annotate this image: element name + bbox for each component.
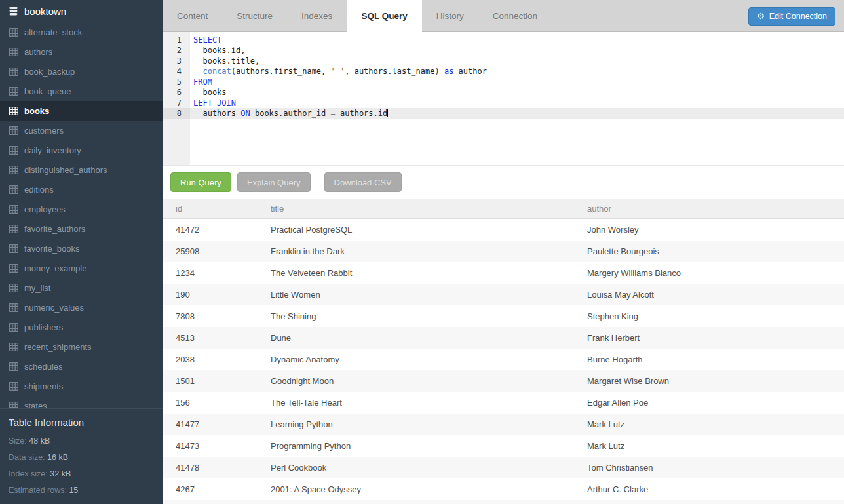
- tab-content[interactable]: Content: [163, 0, 222, 32]
- table-row[interactable]: 41478Perl CookbookTom Christiansen: [163, 457, 844, 478]
- cell-author: Edgar Allen Poe: [574, 398, 844, 408]
- table-row[interactable]: 156The Tell-Tale HeartEdgar Allen Poe: [163, 392, 844, 414]
- line-number: 6: [163, 87, 190, 98]
- cell-author: Mark Lutz: [574, 441, 844, 451]
- sidebar-table-recent_shipments[interactable]: recent_shipments: [0, 337, 163, 357]
- table-row[interactable]: 41472Practical PostgreSQLJohn Worsley: [163, 219, 844, 241]
- sidebar-table-my_list[interactable]: my_list: [0, 278, 163, 298]
- cell-title: Dynamic Anatomy: [258, 355, 574, 364]
- table-name-label: editions: [24, 185, 54, 195]
- cell-title: The Tell-Tale Heart: [258, 398, 574, 408]
- table-name-label: publishers: [24, 322, 63, 332]
- table-row[interactable]: 190Little WomenLouisa May Alcott: [163, 284, 844, 305]
- table-icon: [9, 303, 18, 312]
- sidebar-table-publishers[interactable]: publishers: [0, 317, 163, 337]
- table-icon: [9, 28, 18, 37]
- table-info-row: Index size: 32 kB: [9, 466, 154, 482]
- editor-gutter[interactable]: 12345678: [163, 32, 190, 165]
- sidebar-table-favorite_authors[interactable]: favorite_authors: [0, 219, 163, 239]
- table-icon: [9, 402, 18, 409]
- table-name-label: customers: [24, 126, 64, 136]
- table-icon: [9, 87, 18, 96]
- sidebar-table-schedules[interactable]: schedules: [0, 357, 163, 376]
- sidebar-table-authors[interactable]: authors: [0, 42, 163, 62]
- cell-author: Mark Lutz: [574, 419, 844, 429]
- cell-id: 190: [163, 290, 258, 300]
- table-list: alternate_stockauthorsbook_backupbook_qu…: [0, 22, 163, 408]
- cell-id: 41477: [163, 419, 258, 429]
- table-info-row: Size: 48 kB: [9, 433, 154, 450]
- table-icon: [9, 185, 18, 194]
- table-icon: [9, 323, 18, 332]
- line-number: 3: [163, 56, 190, 66]
- query-actions-bar: Run Query Explain Query Download CSV: [163, 165, 844, 199]
- code-line-6: books: [190, 87, 844, 98]
- line-number: 1: [163, 35, 190, 45]
- table-row[interactable]: 41473Programming PythonMark Lutz: [163, 435, 844, 457]
- sidebar-table-states[interactable]: states: [0, 396, 163, 408]
- sidebar-table-books[interactable]: books: [0, 101, 163, 121]
- code-line-4: concat(authors.first_name, ' ', authors.…: [190, 66, 844, 77]
- table-icon: [9, 264, 18, 273]
- sidebar-table-alternate_stock[interactable]: alternate_stock: [0, 22, 163, 42]
- table-row[interactable]: 1234The Velveteen RabbitMargery Williams…: [163, 262, 844, 284]
- table-name-label: alternate_stock: [24, 28, 82, 37]
- download-csv-button[interactable]: Download CSV: [324, 172, 402, 192]
- sidebar-table-editions[interactable]: editions: [0, 180, 163, 199]
- info-label: Data size:: [9, 453, 45, 462]
- line-number: 5: [163, 77, 190, 87]
- table-row[interactable]: 42672001: A Space OdysseyArthur C. Clark…: [163, 478, 844, 500]
- table-name-label: book_backup: [24, 67, 75, 77]
- cell-id: 7808: [163, 311, 258, 321]
- sql-editor[interactable]: 12345678 SELECT books.id, books.title, c…: [163, 32, 844, 165]
- table-name-label: book_queue: [24, 87, 71, 96]
- table-name-label: money_example: [24, 263, 86, 273]
- sidebar-table-daily_inventory[interactable]: daily_inventory: [0, 140, 163, 160]
- table-name-label: employees: [24, 204, 66, 214]
- info-value: 16 kB: [47, 453, 68, 462]
- sidebar-table-favorite_books[interactable]: favorite_books: [0, 239, 163, 258]
- table-icon: [9, 48, 18, 56]
- explain-query-button[interactable]: Explain Query: [237, 172, 311, 192]
- database-header[interactable]: booktown: [0, 0, 163, 22]
- sidebar-table-book_queue[interactable]: book_queue: [0, 81, 163, 101]
- line-number: 8: [163, 108, 190, 119]
- sidebar-table-money_example[interactable]: money_example: [0, 258, 163, 278]
- tab-sql-query[interactable]: SQL Query: [347, 0, 421, 32]
- cell-author: Arthur C. Clarke: [574, 484, 844, 494]
- table-icon: [9, 382, 18, 391]
- sidebar-table-employees[interactable]: employees: [0, 199, 163, 219]
- code-line-8: authors ON books.author_id = authors.id: [190, 108, 844, 119]
- tab-indexes[interactable]: Indexes: [287, 0, 347, 32]
- sidebar: booktown alternate_stockauthorsbook_back…: [0, 0, 163, 504]
- table-name-label: favorite_authors: [24, 224, 85, 234]
- editor-code-area[interactable]: SELECT books.id, books.title, concat(aut…: [190, 32, 844, 165]
- cell-author: Margaret Wise Brown: [574, 376, 844, 386]
- run-query-button[interactable]: Run Query: [170, 172, 231, 192]
- cell-id: 1234: [163, 268, 258, 278]
- app-window: booktown alternate_stockauthorsbook_back…: [0, 0, 844, 504]
- table-name-label: recent_shipments: [24, 342, 92, 352]
- cell-author: Margery Williams Bianco: [574, 268, 844, 278]
- tab-history[interactable]: History: [422, 0, 478, 32]
- info-value: 15: [69, 486, 78, 495]
- sidebar-table-numeric_values[interactable]: numeric_values: [0, 298, 163, 317]
- tab-structure[interactable]: Structure: [222, 0, 287, 32]
- table-row[interactable]: 25908Franklin in the DarkPaulette Bourge…: [163, 241, 844, 262]
- table-row[interactable]: 7808The ShiningStephen King: [163, 305, 844, 327]
- table-row[interactable]: 4513DuneFrank Herbert: [163, 327, 844, 349]
- edit-connection-button[interactable]: ⚙ Edit Connection: [748, 7, 835, 26]
- table-row[interactable]: 41477Learning PythonMark Lutz: [163, 414, 844, 435]
- cell-title: Little Women: [258, 290, 574, 300]
- sidebar-table-book_backup[interactable]: book_backup: [0, 62, 163, 81]
- table-icon: [9, 126, 18, 135]
- tab-connection[interactable]: Connection: [478, 0, 552, 32]
- sidebar-table-customers[interactable]: customers: [0, 121, 163, 140]
- table-row[interactable]: 1501Goodnight MoonMargaret Wise Brown: [163, 370, 844, 392]
- table-row[interactable]: 2038Dynamic AnatomyBurne Hogarth: [163, 349, 844, 370]
- cell-author: Burne Hogarth: [574, 355, 844, 364]
- cell-author: Tom Christiansen: [574, 463, 844, 473]
- sidebar-table-shipments[interactable]: shipments: [0, 376, 163, 396]
- table-name-label: shipments: [24, 381, 63, 391]
- sidebar-table-distinguished_authors[interactable]: distinguished_authors: [0, 160, 163, 180]
